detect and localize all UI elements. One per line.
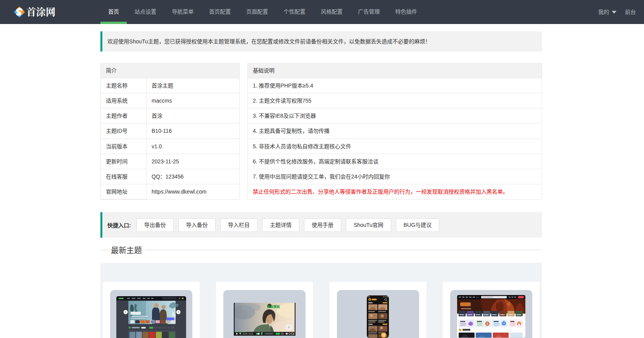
- svg-text:00:05 / 24:15: 00:05 / 24:15: [243, 333, 253, 335]
- svg-text:首涂模板: 首涂模板: [267, 304, 280, 309]
